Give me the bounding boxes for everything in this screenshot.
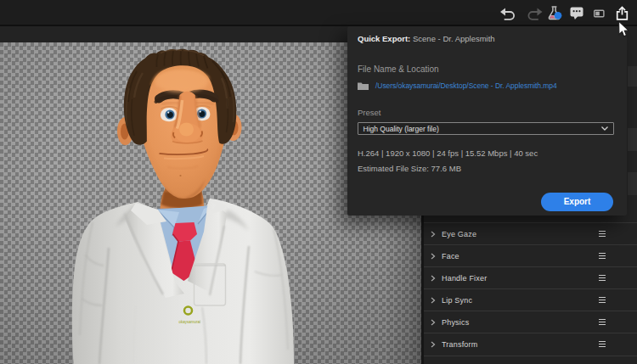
svg-text:okaysamurai: okaysamurai — [179, 320, 201, 324]
